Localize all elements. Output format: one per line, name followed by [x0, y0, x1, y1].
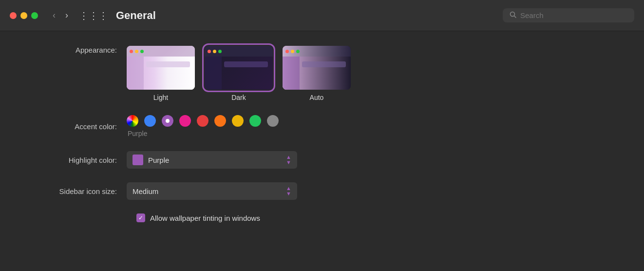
sidebar-icon-size-value: Medium [133, 187, 158, 195]
highlight-color-value: Purple [148, 156, 169, 164]
highlight-color-row: Highlight color: Purple ▲ ▼ [29, 151, 615, 169]
arrow-down-sidebar-icon: ▼ [286, 191, 291, 196]
appearance-options: Light [127, 46, 351, 101]
maximize-button[interactable] [31, 12, 38, 19]
search-icon [510, 11, 516, 19]
sidebar-icon-size-label: Sidebar icon size: [29, 187, 127, 195]
arrow-down-icon: ▼ [286, 160, 291, 165]
thumb-light-titlebar [127, 46, 195, 57]
appearance-option-light[interactable]: Light [127, 46, 195, 101]
appearance-thumbnail-auto [283, 46, 351, 90]
dropdown-left: Purple [133, 155, 169, 165]
highlight-color-dropdown[interactable]: Purple ▲ ▼ [127, 151, 297, 169]
highlight-color-swatch [133, 155, 143, 165]
accent-color-options [127, 115, 279, 127]
forward-button[interactable]: › [62, 8, 71, 22]
nav-arrows: ‹ › [50, 8, 71, 22]
thumb-auto-titlebar [283, 46, 351, 57]
thumb-dot-red-auto [285, 50, 289, 53]
thumb-dot-red-dark [208, 50, 211, 53]
thumb-dot-yellow-dark [213, 50, 216, 53]
thumb-dark-sidebar [205, 57, 222, 90]
sidebar-dropdown-arrows-icon: ▲ ▼ [286, 186, 291, 196]
thumb-dot-green [140, 50, 144, 53]
appearance-label: Appearance: [29, 46, 127, 54]
search-bar [503, 8, 634, 22]
search-input[interactable] [520, 11, 627, 19]
main-content: Appearance: [0, 31, 644, 245]
wallpaper-tinting-row: ✓ Allow wallpaper tinting in windows [136, 213, 615, 222]
sidebar-icon-size-row: Sidebar icon size: Medium ▲ ▼ [29, 182, 615, 200]
accent-color-yellow[interactable] [232, 115, 244, 127]
thumb-light-bar [146, 61, 190, 67]
thumb-dot-yellow [135, 50, 138, 53]
highlight-color-label: Highlight color: [29, 156, 127, 164]
wallpaper-tinting-checkbox[interactable]: ✓ [136, 213, 145, 222]
accent-color-label: Accent color: [29, 122, 127, 131]
thumb-dark-body [205, 57, 273, 90]
thumb-light-body [127, 57, 195, 90]
appearance-row: Appearance: [29, 46, 615, 101]
thumb-dot-red [130, 50, 133, 53]
titlebar: ‹ › ⋮⋮⋮ General [0, 0, 644, 31]
appearance-thumbnail-light [127, 46, 195, 90]
thumb-dot-green-auto [296, 50, 300, 53]
thumb-dot-yellow-auto [291, 50, 294, 53]
accent-color-section: Purple [127, 115, 279, 137]
thumb-auto-sidebar [283, 57, 300, 90]
checkmark-icon: ✓ [138, 214, 143, 221]
accent-color-red[interactable] [197, 115, 208, 127]
window-controls [10, 12, 38, 19]
thumb-auto-bar [302, 61, 346, 67]
wallpaper-tinting-label: Allow wallpaper tinting in windows [150, 214, 260, 222]
appearance-auto-label: Auto [310, 94, 324, 101]
accent-color-pink[interactable] [179, 115, 191, 127]
thumb-dark-bar [224, 61, 268, 67]
appearance-dark-label: Dark [231, 94, 246, 101]
svg-line-1 [514, 16, 516, 18]
accent-color-name: Purple [128, 130, 279, 137]
appearance-option-auto[interactable]: Auto [283, 46, 351, 101]
dropdown-arrows-icon: ▲ ▼ [286, 155, 291, 165]
accent-color-multicolor[interactable] [127, 115, 138, 127]
accent-color-gray[interactable] [267, 115, 279, 127]
back-button[interactable]: ‹ [50, 8, 58, 22]
minimize-button[interactable] [20, 12, 27, 19]
accent-color-purple[interactable] [162, 115, 173, 127]
thumb-dark-titlebar [205, 46, 273, 57]
sidebar-icon-size-dropdown[interactable]: Medium ▲ ▼ [127, 182, 297, 200]
accent-color-blue[interactable] [144, 115, 156, 127]
sidebar-dropdown-left: Medium [133, 187, 158, 195]
grid-button[interactable]: ⋮⋮⋮ [79, 10, 108, 21]
thumb-light-sidebar [127, 57, 144, 90]
accent-color-row: Accent color: Purple [29, 115, 615, 137]
thumb-auto-body [283, 57, 351, 90]
thumb-dot-green-dark [218, 50, 222, 53]
close-button[interactable] [10, 12, 17, 19]
accent-color-orange[interactable] [214, 115, 226, 127]
appearance-light-label: Light [153, 94, 168, 101]
accent-color-green[interactable] [249, 115, 261, 127]
appearance-option-dark[interactable]: Dark [205, 46, 273, 101]
appearance-thumbnail-dark [205, 46, 273, 90]
page-title: General [116, 9, 156, 22]
